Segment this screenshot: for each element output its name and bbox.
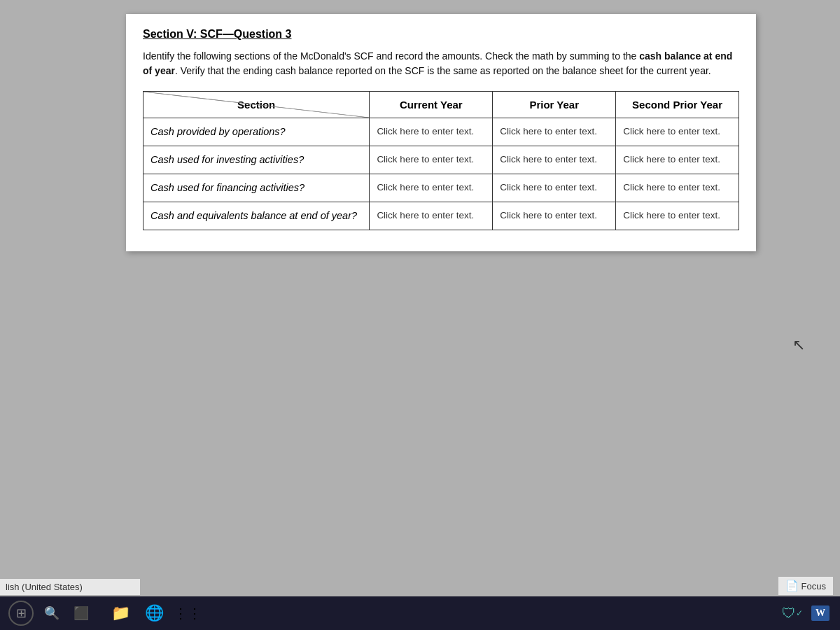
taskbar: ⊞ 🔍 ⬛ 📁 🌐 ⋮⋮ 🛡 ✓ W — [0, 596, 840, 630]
row1-label: Cash provided by operations? — [144, 118, 370, 146]
table-row: Cash provided by operations? Click here … — [144, 118, 739, 146]
svg-line-1 — [144, 92, 369, 118]
apps-icon: ⋮⋮ — [174, 605, 202, 622]
row2-label: Cash used for investing activities? — [144, 146, 370, 174]
windows-icon: ⊞ — [16, 606, 27, 621]
file-explorer-button[interactable]: 📁 — [106, 599, 134, 627]
telemetry-icon[interactable]: 🛡 ✓ — [781, 602, 804, 624]
taskbar-apps: 📁 🌐 ⋮⋮ — [106, 599, 202, 627]
word-icon: W — [811, 606, 830, 621]
focus-label: Focus — [802, 581, 826, 592]
scf-table: Section Current Year Prior Year Second P… — [143, 91, 739, 230]
focus-icon: 📄 — [785, 580, 799, 592]
table-row: Cash used for financing activities? Clic… — [144, 174, 739, 202]
second-prior-year-header: Second Prior Year — [616, 92, 739, 118]
prior-year-header: Prior Year — [493, 92, 616, 118]
apps-grid-button[interactable]: ⋮⋮ — [174, 599, 202, 627]
task-view-button[interactable]: ⬛ — [70, 602, 92, 624]
instructions: Identify the following sections of the M… — [143, 49, 739, 78]
search-taskbar-button[interactable]: 🔍 — [41, 602, 63, 624]
row3-second-input[interactable]: Click here to enter text. — [616, 174, 739, 202]
row2-second-input[interactable]: Click here to enter text. — [616, 146, 739, 174]
instruction-text2: . Verify that the ending cash balance re… — [175, 65, 711, 76]
focus-bar: 📄 Focus — [778, 577, 833, 595]
row4-second-input[interactable]: Click here to enter text. — [616, 202, 739, 230]
word-button[interactable]: W — [809, 602, 832, 624]
taskbar-system-tray: 🛡 ✓ W — [781, 602, 832, 624]
row2-current-input[interactable]: Click here to enter text. — [370, 146, 493, 174]
edge-button[interactable]: 🌐 — [140, 599, 168, 627]
row3-label: Cash used for financing activities? — [144, 174, 370, 202]
shield-icon: 🛡 — [782, 606, 796, 622]
section-header: Section — [144, 92, 370, 118]
row3-prior-input[interactable]: Click here to enter text. — [493, 174, 616, 202]
start-button[interactable]: ⊞ — [8, 601, 34, 626]
task-view-icon: ⬛ — [74, 606, 89, 621]
instruction-text1: Identify the following sections of the M… — [143, 50, 639, 62]
search-icon: 🔍 — [44, 606, 59, 621]
row1-prior-input[interactable]: Click here to enter text. — [493, 118, 616, 146]
row1-current-input[interactable]: Click here to enter text. — [370, 118, 493, 146]
row4-current-input[interactable]: Click here to enter text. — [370, 202, 493, 230]
row4-label: Cash and equivalents balance at end of y… — [144, 202, 370, 230]
folder-icon: 📁 — [111, 604, 130, 622]
table-row: Cash used for investing activities? Clic… — [144, 146, 739, 174]
row3-current-input[interactable]: Click here to enter text. — [370, 174, 493, 202]
row1-second-input[interactable]: Click here to enter text. — [616, 118, 739, 146]
edge-icon: 🌐 — [145, 604, 164, 622]
row4-prior-input[interactable]: Click here to enter text. — [493, 202, 616, 230]
current-year-header: Current Year — [370, 92, 493, 118]
row2-prior-input[interactable]: Click here to enter text. — [493, 146, 616, 174]
section-title: Section V: SCF—Question 3 — [143, 28, 739, 41]
language-bar: lish (United States) — [0, 579, 140, 595]
check-badge: ✓ — [796, 608, 803, 619]
language-label: lish (United States) — [6, 582, 83, 592]
main-content: Section V: SCF—Question 3 Identify the f… — [126, 14, 756, 251]
table-row: Cash and equivalents balance at end of y… — [144, 202, 739, 230]
